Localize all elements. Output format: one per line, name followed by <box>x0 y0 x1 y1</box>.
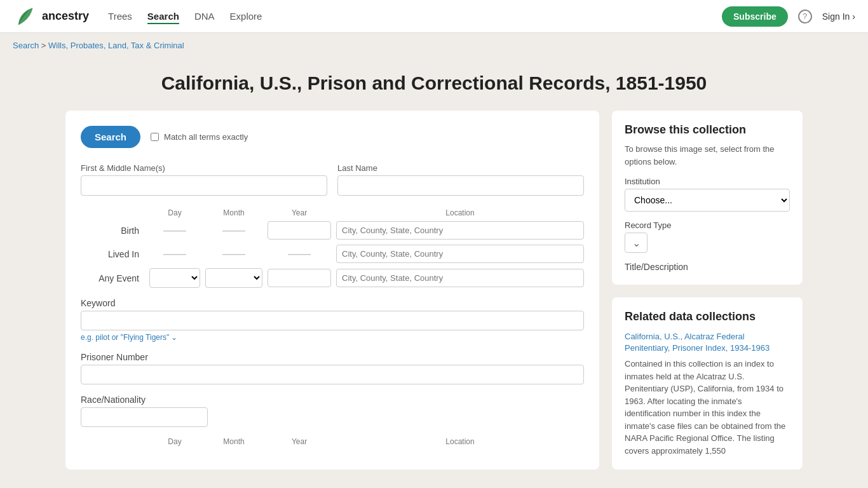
nav-link-trees[interactable]: Trees <box>108 11 132 22</box>
right-sidebar: Browse this collection To browse this im… <box>612 111 803 470</box>
institution-label: Institution <box>625 177 790 186</box>
page-title-area: California, U.S., Prison and Correctiona… <box>0 58 868 111</box>
first-name-label: First & Middle Name(s) <box>81 163 327 173</box>
any-event-label: Any Event <box>81 273 144 283</box>
breadcrumb-link[interactable]: Wills, Probates, Land, Tax & Criminal <box>48 41 184 50</box>
last-name-label: Last Name <box>337 163 584 173</box>
lived-in-day-dash: —— <box>149 247 200 261</box>
record-type-expand-button[interactable]: ⌄ <box>625 233 648 253</box>
subscribe-button[interactable]: Subscribe <box>722 6 788 27</box>
nav-link-search[interactable]: Search <box>147 11 179 24</box>
any-event-row: Any Event <box>81 268 584 288</box>
chevron-down-icon: ⌄ <box>632 237 641 249</box>
help-icon[interactable]: ? <box>798 10 812 24</box>
related-description: Contained in this collection is an index… <box>625 358 790 457</box>
col-location-header: Location <box>336 208 584 217</box>
bottom-event-header-row: Day Month Year Location <box>81 437 584 446</box>
nav-links: Trees Search DNA Explore <box>108 11 722 22</box>
lived-in-month-dash: —— <box>205 247 262 261</box>
title-desc-label: Title/Description <box>625 262 790 272</box>
any-event-location-input[interactable] <box>336 269 584 287</box>
lived-in-label: Lived In <box>81 249 144 259</box>
page-title: California, U.S., Prison and Correctiona… <box>13 71 855 95</box>
related-title: Related data collections <box>625 310 790 323</box>
keyword-section: Keyword e.g. pilot or "Flying Tigers" ⌄ <box>81 298 584 342</box>
logo-area: ancestry <box>13 5 89 28</box>
bottom-col-year-header: Year <box>268 437 331 446</box>
match-exactly-checkbox[interactable] <box>151 133 159 141</box>
keyword-hint-text: e.g. pilot or "Flying Tigers" <box>81 333 169 342</box>
birth-row: Birth —— —— <box>81 221 584 240</box>
any-event-month-select[interactable] <box>205 268 262 288</box>
related-link[interactable]: California, U.S., Alcatraz Federal Penit… <box>625 331 790 354</box>
lived-in-row: Lived In —— —— —— <box>81 245 584 263</box>
race-input[interactable] <box>81 407 208 427</box>
first-name-input[interactable] <box>81 175 327 196</box>
keyword-hint[interactable]: e.g. pilot or "Flying Tigers" ⌄ <box>81 333 584 342</box>
any-event-year-input[interactable] <box>268 269 331 287</box>
institution-select[interactable]: Choose... <box>625 189 790 212</box>
breadcrumb-search[interactable]: Search <box>13 41 39 50</box>
col-day-header: Day <box>149 208 200 217</box>
record-type-area: ⌄ <box>625 233 790 253</box>
birth-label: Birth <box>81 226 144 236</box>
nav-item-explore[interactable]: Explore <box>230 11 262 22</box>
last-name-group: Last Name <box>337 163 584 196</box>
browse-title: Browse this collection <box>625 123 790 137</box>
prisoner-number-input[interactable] <box>81 365 584 384</box>
birth-day-dash: —— <box>149 224 200 237</box>
search-top: Search Match all terms exactly <box>81 126 584 148</box>
prisoner-number-label: Prisoner Number <box>81 352 584 362</box>
chevron-down-icon: ⌄ <box>171 333 177 342</box>
col-month-header: Month <box>205 208 262 217</box>
record-type-label: Record Type <box>625 220 790 230</box>
search-card: Search Match all terms exactly First & M… <box>65 111 599 470</box>
lived-in-location-input[interactable] <box>336 245 584 263</box>
browse-card: Browse this collection To browse this im… <box>612 111 803 285</box>
event-header-row: Day Month Year Location <box>81 208 584 217</box>
bottom-col-day-header: Day <box>149 437 200 446</box>
birth-year-input[interactable] <box>268 221 331 240</box>
nav-link-dna[interactable]: DNA <box>194 11 215 22</box>
nav-link-explore[interactable]: Explore <box>230 11 262 22</box>
birth-month-dash: —— <box>205 224 262 237</box>
keyword-label: Keyword <box>81 298 584 308</box>
race-label: Race/Nationality <box>81 395 584 405</box>
birth-location-input[interactable] <box>336 221 584 240</box>
nav-item-trees[interactable]: Trees <box>108 11 132 22</box>
last-name-input[interactable] <box>337 175 584 196</box>
any-event-day-select[interactable] <box>149 268 200 288</box>
match-exactly-label: Match all terms exactly <box>151 132 248 142</box>
signin-arrow: › <box>852 11 855 22</box>
signin-label: Sign In <box>822 11 850 22</box>
main-content: Search Match all terms exactly First & M… <box>53 111 815 488</box>
top-navigation: ancestry Trees Search DNA Explore Subscr… <box>0 0 868 33</box>
col-year-header: Year <box>268 208 331 217</box>
nav-item-dna[interactable]: DNA <box>194 11 215 22</box>
event-section: Day Month Year Location Birth —— —— Live… <box>81 208 584 288</box>
breadcrumb: Search > Wills, Probates, Land, Tax & Cr… <box>0 33 868 58</box>
signin-link[interactable]: Sign In › <box>822 11 855 22</box>
search-button[interactable]: Search <box>81 126 140 148</box>
nav-item-search[interactable]: Search <box>147 11 179 22</box>
browse-description: To browse this image set, select from th… <box>625 143 790 168</box>
bottom-col-month-header: Month <box>205 437 262 446</box>
prisoner-number-section: Prisoner Number <box>81 352 584 384</box>
nav-right: Subscribe ? Sign In › <box>722 6 855 27</box>
breadcrumb-separator: > <box>41 41 46 50</box>
bottom-col-location-header: Location <box>336 437 584 446</box>
bottom-event-section: Day Month Year Location <box>81 437 584 446</box>
lived-in-year-dash: —— <box>268 247 331 261</box>
related-card: Related data collections California, U.S… <box>612 297 803 470</box>
keyword-input[interactable] <box>81 311 584 330</box>
ancestry-logo[interactable]: ancestry <box>13 5 89 28</box>
name-fields: First & Middle Name(s) Last Name <box>81 163 584 196</box>
leaf-icon <box>13 5 36 28</box>
logo-text: ancestry <box>42 10 89 23</box>
race-section: Race/Nationality <box>81 395 584 427</box>
match-exactly-text: Match all terms exactly <box>164 132 248 142</box>
first-name-group: First & Middle Name(s) <box>81 163 327 196</box>
